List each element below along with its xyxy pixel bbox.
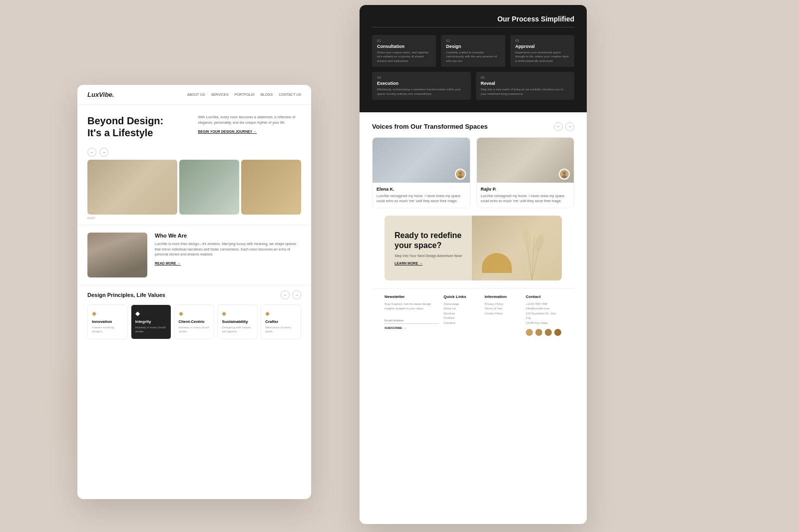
footer-link-home[interactable]: Home page bbox=[443, 302, 479, 307]
value-name-innovation: Innovation bbox=[92, 319, 123, 324]
hero-cta-button[interactable]: BEGIN YOUR DESIGN JOURNEY → bbox=[198, 129, 302, 135]
testimonial-name-rajiv: Rajiv P. bbox=[481, 187, 570, 192]
right-website-mockup: Our Process Simplified 01 Consultation S… bbox=[360, 5, 587, 524]
cta-title: Ready to redefine your space? bbox=[395, 231, 552, 250]
social-icon-1[interactable] bbox=[526, 329, 533, 336]
living-room-image-2 bbox=[179, 160, 239, 215]
contact-title: Contact bbox=[526, 294, 562, 299]
cta-subtitle: Step Into Your Next Design Adventure Now… bbox=[395, 254, 552, 258]
carousel-next-button[interactable]: → bbox=[99, 148, 108, 157]
value-name-sustainability: Sustainability bbox=[222, 319, 253, 324]
social-icon-3[interactable] bbox=[545, 329, 552, 336]
nav-link-contact[interactable]: CONTACT US bbox=[279, 93, 301, 96]
process-step-design: 02 Design Carefully crafted to resonate … bbox=[441, 35, 505, 67]
value-card-craftsmanship[interactable]: ◆ Craftsr Meticulous of every detail. bbox=[261, 304, 301, 339]
footer-link-portfolio[interactable]: Portfolio bbox=[443, 316, 479, 321]
value-card-integrity[interactable]: ◆ Integrity Honesty in every brush strok… bbox=[131, 304, 171, 339]
diamond-icon: ◆ bbox=[135, 310, 167, 317]
value-name-integrity: Integrity bbox=[135, 319, 167, 324]
testimonial-card-rajiv: Rajiv P. LuxVibe reimagined my home. I n… bbox=[476, 137, 575, 208]
read-more-button[interactable]: READ MORE → bbox=[155, 262, 301, 265]
step-number-2: 02 bbox=[446, 39, 500, 42]
values-title: Design Principles, Life Values bbox=[87, 292, 165, 298]
value-desc-integrity: Honesty in every brush stroke. bbox=[135, 325, 167, 334]
social-icon-2[interactable] bbox=[535, 329, 542, 336]
testimonial-image-2 bbox=[477, 138, 574, 183]
logo: LuxVibe. bbox=[87, 91, 114, 98]
svg-point-0 bbox=[459, 172, 462, 175]
living-room-image-1 bbox=[87, 160, 177, 215]
cta-learn-more-button[interactable]: LEARN MORE → bbox=[395, 262, 552, 265]
nav-link-blogs[interactable]: BLOGS bbox=[261, 93, 273, 96]
step-number-4: 04 bbox=[377, 76, 466, 79]
footer-newsletter-col: Newsletter Stay Inspired. Get the latest… bbox=[385, 294, 438, 336]
step-desc-5: Step into a new realm of living as we co… bbox=[481, 87, 570, 96]
testimonials-navigation: ← → bbox=[554, 122, 574, 131]
values-prev-button[interactable]: ← bbox=[281, 290, 290, 299]
nav-links: ABOUT US SERVICES PORTFOLIO BLOGS CONTAC… bbox=[187, 93, 301, 96]
information-title: Information bbox=[485, 294, 521, 299]
svg-point-2 bbox=[563, 172, 566, 175]
newsletter-email-input[interactable] bbox=[385, 317, 438, 324]
diamond-icon: ◆ bbox=[222, 310, 253, 317]
testimonials-prev-button[interactable]: ← bbox=[554, 122, 563, 131]
testimonials-next-button[interactable]: → bbox=[565, 122, 574, 131]
diamond-icon: ◆ bbox=[179, 310, 210, 317]
contact-state: 12345 Any State bbox=[526, 321, 562, 326]
process-section: Our Process Simplified 01 Consultation S… bbox=[360, 5, 587, 112]
cta-content: Ready to redefine your space? Step Into … bbox=[395, 231, 552, 265]
carousel-image-1 bbox=[87, 160, 177, 215]
testimonial-image-1 bbox=[373, 138, 470, 183]
carousel-image-3 bbox=[241, 160, 301, 215]
nav-link-portfolio[interactable]: PORTFOLIO bbox=[235, 93, 255, 96]
hero-section: Beyond Design: It's a Lifestyle With Lux… bbox=[77, 105, 311, 148]
left-website-mockup: LuxVibe. ABOUT US SERVICES PORTFOLIO BLO… bbox=[77, 85, 311, 499]
image-carousel: ← → 01/03 bbox=[77, 148, 311, 220]
process-grid-bottom: 04 Execution Effortlessly orchestrating … bbox=[372, 72, 574, 100]
process-grid-top: 01 Consultation Share your unique vision… bbox=[372, 35, 574, 67]
nav-link-about[interactable]: ABOUT US bbox=[187, 93, 205, 96]
left-nav: LuxVibe. ABOUT US SERVICES PORTFOLIO BLO… bbox=[77, 85, 311, 105]
step-number-5: 05 bbox=[481, 76, 570, 79]
footer-grid: Newsletter Stay Inspired. Get the latest… bbox=[385, 294, 562, 336]
social-icon-4[interactable] bbox=[554, 329, 561, 336]
process-step-execution: 04 Execution Effortlessly orchestrating … bbox=[372, 72, 471, 100]
who-image bbox=[87, 233, 147, 277]
values-next-button[interactable]: → bbox=[292, 290, 301, 299]
footer-information-col: Information Privacy Policy Terms of Use … bbox=[485, 294, 521, 336]
footer-link-cookies[interactable]: Cookie Policy bbox=[485, 311, 521, 316]
who-title: Who We Are bbox=[155, 233, 301, 239]
newsletter-description: Stay Inspired. Get the latest design ins… bbox=[385, 302, 438, 311]
quick-links-title: Quick Links bbox=[443, 294, 479, 299]
carousel-counter: 01/03 bbox=[87, 217, 301, 220]
testimonials-section: Voices from Our Transformed Spaces ← → E… bbox=[360, 112, 587, 357]
step-title-4: Execution bbox=[377, 81, 466, 86]
diamond-icon: ◆ bbox=[265, 310, 297, 317]
process-step-consultation: 01 Consultation Share your unique vision… bbox=[372, 35, 436, 67]
carousel-prev-button[interactable]: ← bbox=[87, 148, 96, 157]
svg-point-3 bbox=[562, 175, 567, 178]
dining-room-image bbox=[87, 233, 147, 277]
value-card-innovation[interactable]: ◆ Innovation Forever evolving designs. bbox=[87, 304, 128, 339]
footer-link-terms[interactable]: Terms of Use bbox=[485, 306, 521, 311]
carousel-navigation: ← → bbox=[87, 148, 301, 157]
footer-section: Newsletter Stay Inspired. Get the latest… bbox=[372, 288, 574, 347]
who-we-are-section: Who We Are LuxVibe is more than design—i… bbox=[77, 225, 311, 285]
footer-link-services[interactable]: Services bbox=[443, 311, 479, 316]
avatar-elena bbox=[455, 169, 466, 180]
hero-description: With LuxVibe, every room becomes a state… bbox=[198, 115, 302, 143]
process-step-reveal: 05 Reveal Step into a new realm of livin… bbox=[476, 72, 575, 100]
footer-link-privacy[interactable]: Privacy Policy bbox=[485, 302, 521, 307]
value-card-sustainability[interactable]: ◆ Sustainability Designing with nature, … bbox=[217, 304, 258, 339]
contact-address: 123 Anywhere St., Any City, bbox=[526, 311, 562, 321]
avatar-rajiv bbox=[559, 169, 570, 180]
value-card-client-centric[interactable]: ◆ Client-Centric Honesty in every brush … bbox=[174, 304, 215, 339]
footer-link-about[interactable]: About Us bbox=[443, 306, 479, 311]
nav-link-services[interactable]: SERVICES bbox=[211, 93, 228, 96]
testimonials-header: Voices from Our Transformed Spaces ← → bbox=[372, 122, 574, 131]
hero-heading: Beyond Design: It's a Lifestyle bbox=[87, 115, 191, 139]
footer-link-contacts[interactable]: Contacts bbox=[443, 321, 479, 326]
value-desc-sustainability: Designing with nature, not against. bbox=[222, 325, 253, 334]
subscribe-button[interactable]: SUBSCRIBE → bbox=[385, 326, 438, 329]
testimonial-name-elena: Elena K. bbox=[377, 187, 466, 192]
